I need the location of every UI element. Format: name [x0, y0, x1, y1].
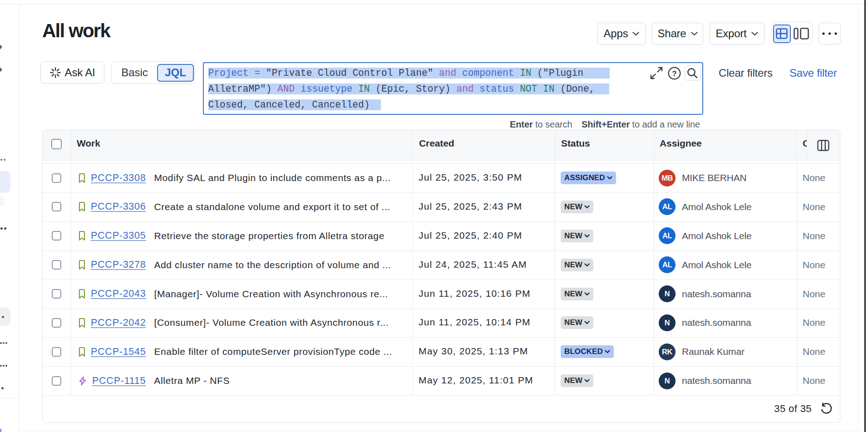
- svg-text:?: ?: [672, 69, 676, 78]
